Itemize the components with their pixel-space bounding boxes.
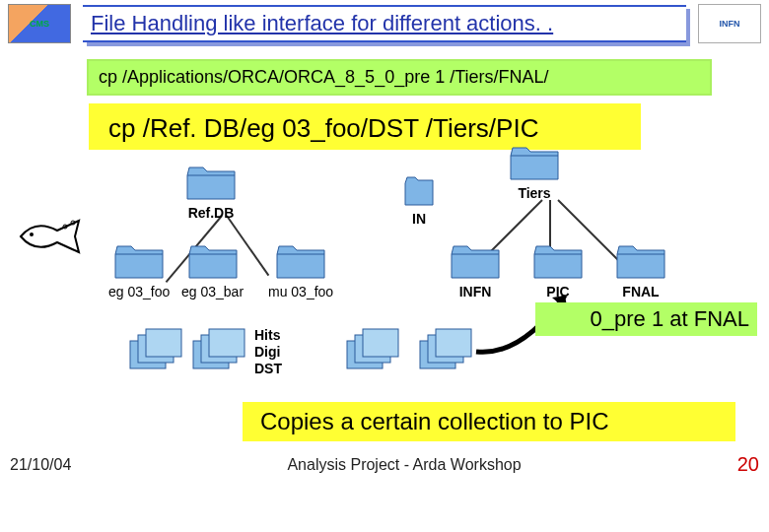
- green-partial-text: 0_pre 1 at FNAL: [591, 306, 749, 331]
- infn-logo: INFN: [698, 4, 761, 43]
- stack-labels: Hits Digi DST: [254, 327, 282, 376]
- svg-rect-8: [209, 329, 245, 357]
- folder-icon: [615, 242, 666, 282]
- stack-icon: [128, 327, 183, 374]
- caption-text: Copies a certain collection to PIC: [260, 408, 609, 434]
- stack-icon: [345, 327, 400, 374]
- folder-label: eg 03_bar: [181, 284, 244, 299]
- stack-label-dst: DST: [254, 361, 282, 377]
- folder-icon: [532, 242, 584, 282]
- cms-logo: CMS: [8, 4, 71, 43]
- green-command-bar: cp /Applications/ORCA/ORCA_8_5_0_pre 1 /…: [89, 61, 710, 94]
- svg-rect-14: [436, 329, 471, 357]
- footer-date: 21/10/04: [10, 456, 71, 474]
- infn-logo-label: INFN: [720, 19, 740, 29]
- folder-icon: [404, 175, 434, 209]
- stack-right-1: [345, 327, 400, 376]
- diagram-stage: Ref.DB IN Tiers eg 03_foo eg 03_bar mu 0…: [10, 150, 759, 396]
- stack-label-hits: Hits: [254, 327, 282, 344]
- header: CMS File Handling like interface for dif…: [0, 0, 769, 45]
- folder-fnal: FNAL: [615, 242, 666, 299]
- yellow-command-bar: cp /Ref. DB/eg 03_foo/DST /Tiers/PIC: [89, 103, 641, 150]
- green-partial-label: 0_pre 1 at FNAL: [535, 302, 757, 336]
- folder-label: FNAL: [615, 284, 666, 299]
- title-band: File Handling like interface for differe…: [83, 5, 686, 42]
- folder-label: eg 03_foo: [108, 284, 170, 299]
- folder-label: IN: [404, 211, 434, 227]
- svg-rect-5: [146, 329, 181, 357]
- folder-label: Tiers: [509, 185, 560, 201]
- collection-stack-block: Hits Digi DST: [128, 327, 282, 376]
- footer: 21/10/04 Analysis Project - Arda Worksho…: [0, 447, 769, 480]
- folder-icon: [113, 242, 165, 282]
- fish-icon: [16, 217, 85, 264]
- folder-in-partial: IN: [404, 175, 434, 227]
- command-text-1: cp /Applications/ORCA/ORCA_8_5_0_pre 1 /…: [99, 67, 549, 87]
- cms-logo-label: CMS: [30, 19, 49, 29]
- svg-point-0: [30, 233, 34, 236]
- folder-eg03-foo: eg 03_foo: [108, 242, 170, 299]
- command-text-2: cp /Ref. DB/eg 03_foo/DST /Tiers/PIC: [108, 113, 538, 143]
- footer-center: Analysis Project - Arda Workshop: [71, 456, 736, 474]
- folder-tiers: Tiers: [509, 144, 560, 201]
- folder-mu03-foo: mu 03_foo: [268, 242, 333, 299]
- folder-eg03-bar: eg 03_bar: [181, 242, 244, 299]
- stack-label-digi: Digi: [254, 344, 282, 361]
- stack-icon: [418, 327, 473, 374]
- stack-right-2: [418, 327, 473, 376]
- footer-page: 20: [737, 453, 759, 476]
- folder-icon: [187, 242, 239, 282]
- folder-icon: [275, 242, 326, 282]
- folder-label: mu 03_foo: [268, 284, 333, 299]
- folder-refdb: Ref.DB: [185, 164, 237, 221]
- slide-title: File Handling like interface for differe…: [91, 11, 678, 36]
- folder-icon: [450, 242, 501, 282]
- yellow-caption: Copies a certain collection to PIC: [243, 402, 735, 441]
- folder-icon: [185, 164, 237, 203]
- stack-icon: [191, 327, 246, 374]
- folder-label: Ref.DB: [185, 205, 237, 221]
- svg-rect-11: [363, 329, 398, 357]
- folder-icon: [509, 144, 560, 183]
